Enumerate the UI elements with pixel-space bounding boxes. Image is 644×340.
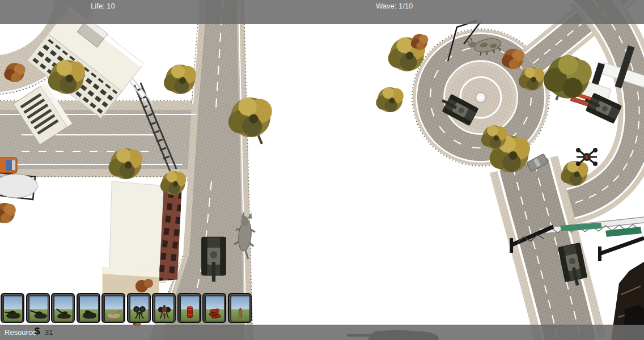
toolbar-slot-aa-turret[interactable]: [127, 293, 151, 323]
toolbar-slot-explosive-barrels[interactable]: [202, 293, 226, 323]
toolbar-slot-tank-desert[interactable]: [101, 293, 125, 323]
toolbar-slot-tank[interactable]: [1, 293, 24, 323]
game-map[interactable]: [0, 0, 644, 340]
toolbar-slot-shell[interactable]: [228, 293, 252, 323]
resource-bar: [0, 325, 644, 340]
toolbar-slot-missile-turret[interactable]: [152, 293, 176, 323]
resource-label: Resource:: [5, 328, 38, 337]
wave-label: Wave: 1/10: [376, 2, 413, 10]
tank-icon: [4, 306, 22, 321]
missile-turret-icon: [155, 304, 173, 321]
unit-toolbar: [1, 293, 253, 323]
toolbar-slot-tank-artillery[interactable]: [51, 293, 75, 323]
game-window: Life: 10 Wave: 1/10: [0, 0, 644, 340]
toolbar-slot-tank-heavy[interactable]: [77, 293, 100, 323]
resource-amount: 31: [45, 328, 53, 337]
tank-longgun-icon: [29, 306, 48, 321]
tank-desert-icon: [105, 306, 123, 321]
aa-turret-icon: [130, 304, 149, 321]
tank-left-road[interactable]: [202, 237, 226, 282]
shell-icon: [231, 304, 249, 321]
tank-artillery-icon: [54, 306, 73, 321]
life-label: Life: 10: [91, 2, 115, 10]
explosive-barrels-icon: [206, 304, 224, 321]
walker-unit[interactable]: [576, 148, 598, 166]
toolbar-slot-red-barrel[interactable]: [177, 293, 201, 323]
orange-car: [0, 158, 17, 173]
red-barrel-icon: [181, 304, 199, 321]
tank-heavy-icon: [80, 306, 98, 321]
toolbar-slot-tank-longgun[interactable]: [26, 293, 50, 323]
dollar-icon: $: [35, 326, 40, 337]
fuel-tanker: [0, 173, 37, 199]
